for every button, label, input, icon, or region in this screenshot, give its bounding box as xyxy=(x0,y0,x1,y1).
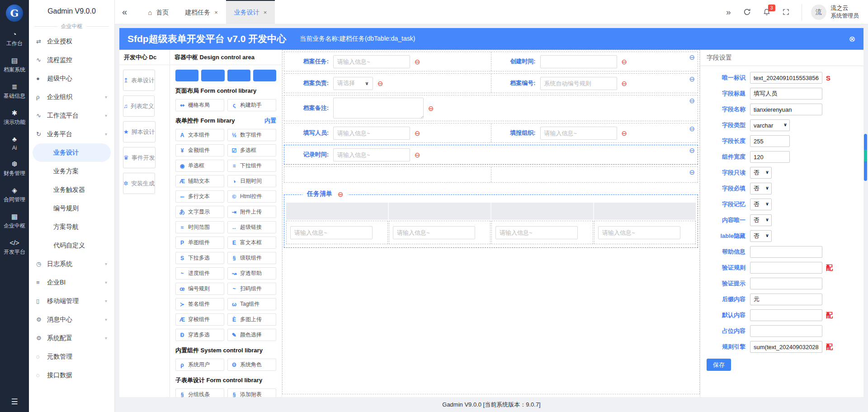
settings-input[interactable] xyxy=(750,199,772,210)
field-input[interactable] xyxy=(333,127,410,140)
form-component[interactable]: ✎ 颜色选择 xyxy=(227,329,276,341)
rail-item[interactable]: </> 开发平台 xyxy=(4,239,25,256)
remove-row-icon[interactable] xyxy=(689,54,695,61)
builtin-link[interactable]: 内置 xyxy=(264,117,276,125)
remove-row-icon[interactable] xyxy=(689,97,695,104)
remove-row-icon[interactable] xyxy=(689,125,695,132)
rail-item[interactable]: ▦ 企业中枢 xyxy=(4,213,25,230)
remove-subtable-icon[interactable] xyxy=(338,191,344,198)
rail-item[interactable]: ◔ 工作台 xyxy=(6,31,23,47)
container-action-button[interactable] xyxy=(253,70,276,81)
remove-field-icon[interactable] xyxy=(622,130,627,137)
field-input[interactable] xyxy=(540,127,617,140)
sidebar-item[interactable]: ◌ 元数管理 xyxy=(29,347,114,366)
form-row-selected[interactable]: 记录时间: xyxy=(284,145,698,165)
form-field[interactable]: 档案编号: xyxy=(491,74,698,93)
system-component[interactable]: ρ 系统用户 xyxy=(175,359,224,371)
sidebar-item[interactable]: ↻ 业务平台 ▾ xyxy=(29,125,114,143)
subtable-container[interactable]: 任务清单 xyxy=(284,194,698,248)
scrollbar-segment[interactable] xyxy=(864,150,867,161)
form-component[interactable]: ≈ 时间范围 xyxy=(175,221,224,233)
dev-center-button[interactable]: ↥ 表单设计 xyxy=(123,70,155,91)
remove-row-icon[interactable] xyxy=(689,169,695,175)
form-component[interactable]: A 文本组件 xyxy=(175,129,224,141)
settings-input[interactable] xyxy=(750,119,790,131)
sidebar-item[interactable]: ∿ 流程监控 xyxy=(29,51,114,69)
rail-item[interactable]: ≣ 基础信息 xyxy=(4,83,25,100)
form-field[interactable]: 档案备注: xyxy=(284,95,698,121)
settings-config-link[interactable]: 配 xyxy=(826,343,833,351)
close-workbench-icon[interactable] xyxy=(849,34,855,44)
settings-input[interactable] xyxy=(750,151,790,163)
form-component[interactable]: § 级联组件 xyxy=(227,252,276,264)
sidebar-item[interactable]: ∿ 工作流平台 ▾ xyxy=(29,106,114,125)
remove-field-icon[interactable] xyxy=(428,105,434,112)
sidebar-item[interactable]: ◌ 接口数据 xyxy=(29,366,114,384)
collapse-menu-icon[interactable]: ☰ xyxy=(11,397,18,407)
subtable-input[interactable] xyxy=(495,226,578,239)
form-row[interactable]: 档案任务: 创建时间: xyxy=(284,52,698,71)
form-component[interactable]: あ 文字显示 xyxy=(175,206,224,218)
notifications-bell-icon[interactable]: 3 xyxy=(763,8,770,16)
empty-drop-cell[interactable] xyxy=(491,167,698,182)
subtable-cell[interactable] xyxy=(389,221,491,244)
dev-center-button[interactable]: ♛ 事件开发 xyxy=(123,147,156,168)
sidebar-item[interactable]: 业务触发器 xyxy=(29,180,114,199)
settings-input[interactable] xyxy=(750,246,822,258)
form-field[interactable]: 创建时间: xyxy=(491,52,698,71)
form-component[interactable]: Æ 穿梭组件 xyxy=(175,313,224,326)
form-component[interactable]: ≡ 下拉组件 xyxy=(227,160,276,172)
settings-input[interactable] xyxy=(750,325,822,337)
settings-input[interactable] xyxy=(750,183,772,194)
app-logo[interactable]: G xyxy=(6,5,23,22)
container-action-button[interactable] xyxy=(227,70,250,81)
form-component[interactable]: œ 编号规则 xyxy=(175,283,224,295)
subtable-input[interactable] xyxy=(290,226,373,239)
form-component[interactable]: © Html控件 xyxy=(227,190,276,203)
form-component[interactable]: È 多图上传 xyxy=(227,313,276,326)
field-textarea[interactable] xyxy=(333,98,424,118)
form-row-empty[interactable] xyxy=(284,166,698,183)
settings-config-link[interactable]: 配 xyxy=(826,311,833,320)
dev-center-button[interactable]: ★ 脚本设计 xyxy=(123,121,156,142)
form-field[interactable]: 记录时间: xyxy=(284,145,698,164)
field-input[interactable] xyxy=(333,55,410,68)
sidebar-item[interactable]: ● 超级中心 xyxy=(29,69,114,88)
layout-component[interactable]: ↭ 栅格布局 xyxy=(175,99,224,111)
form-component[interactable]: ↔ 超级链接 xyxy=(227,221,276,233)
rail-item[interactable]: ▤ 档案系统 xyxy=(4,57,25,74)
remove-field-icon[interactable] xyxy=(622,58,627,65)
remove-field-icon[interactable] xyxy=(415,130,420,137)
tab-home[interactable]: ⌂ 首页 xyxy=(140,0,177,24)
form-component[interactable]: E 富文本框 xyxy=(227,237,276,249)
sidebar-item[interactable]: ◷ 日志系统 ▾ xyxy=(29,255,114,273)
field-input[interactable] xyxy=(333,148,410,161)
form-component[interactable]: ═ 多行文本 xyxy=(175,190,224,203)
form-field[interactable]: 填报组织: xyxy=(491,123,698,142)
subform-component[interactable]: § 分组线条 xyxy=(175,388,224,397)
sidebar-item[interactable]: 编号规则 xyxy=(29,199,114,218)
form-row[interactable]: 档案备注: xyxy=(284,95,698,121)
settings-config-link[interactable]: 配 xyxy=(826,264,833,272)
subtable-input[interactable] xyxy=(393,226,475,239)
rail-item[interactable]: ✱ 演示功能 xyxy=(4,109,25,126)
subform-component[interactable]: § 添加附表 xyxy=(227,388,276,397)
settings-input[interactable] xyxy=(750,104,822,115)
settings-config-link[interactable]: S xyxy=(826,74,830,82)
subtable-input[interactable] xyxy=(598,226,680,239)
user-menu[interactable]: 流 流之云 系统管理员 xyxy=(802,4,859,20)
sidebar-item[interactable]: ▯ 移动端管理 ▾ xyxy=(29,292,114,310)
sidebar-item[interactable]: ⚙ 消息中心 ▾ xyxy=(29,310,114,329)
layout-component[interactable]: ς 构建助手 xyxy=(227,99,276,111)
sidebar-item[interactable]: ρ 企业组织 ▾ xyxy=(29,88,114,106)
rail-item[interactable]: ❆ 财务管理 xyxy=(4,161,25,177)
subtable-cell[interactable] xyxy=(286,221,388,244)
form-component[interactable]: ω Tag组件 xyxy=(227,298,276,310)
sidebar-item[interactable]: ⇄ 企业授权 xyxy=(29,32,114,51)
collapse-tabs-icon[interactable]: « xyxy=(122,7,127,17)
container-action-button[interactable] xyxy=(175,70,198,81)
form-field[interactable]: 档案任务: xyxy=(284,52,491,71)
settings-input[interactable] xyxy=(750,294,822,305)
form-component[interactable]: ◑ 日期时间 xyxy=(227,175,276,187)
settings-input[interactable] xyxy=(750,88,822,99)
